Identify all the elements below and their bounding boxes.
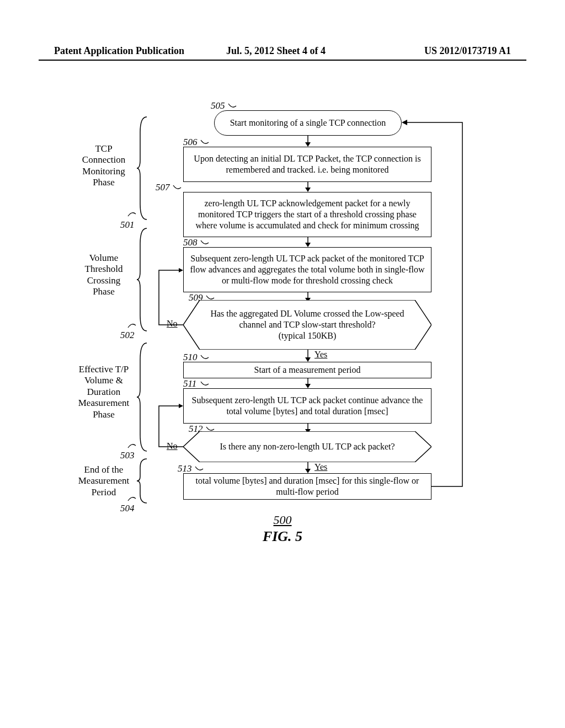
step-num-505: 505: [211, 100, 225, 111]
header-left: Patent Application Publication: [54, 45, 184, 57]
svg-marker-20: [402, 120, 407, 125]
arrow-down-icon: [304, 136, 312, 147]
flow-text: Start of a measurement period: [254, 365, 361, 376]
arrow-loop-icon: [154, 268, 188, 329]
flow-text: Is there any non-zero-length UL TCP ack …: [220, 442, 395, 451]
phase-label-501: TCP Connection Monitoring Phase: [71, 143, 137, 189]
step-num-508: 508: [183, 237, 198, 248]
phase-num-502: 502: [120, 330, 135, 341]
figure-caption: 500 FIG. 5: [263, 513, 302, 545]
svg-marker-3: [305, 188, 311, 192]
tick-icon: [127, 321, 137, 329]
step-num-506: 506: [183, 137, 198, 148]
tick-icon: [227, 103, 237, 110]
svg-marker-19: [305, 469, 311, 473]
step-num-513: 513: [178, 463, 192, 474]
tick-icon: [200, 354, 210, 362]
brace-icon: [137, 116, 148, 221]
phase-num-501: 501: [120, 220, 135, 231]
svg-marker-11: [305, 357, 311, 362]
flow-process-510: Start of a measurement period: [183, 362, 431, 378]
flow-text: Subsequent zero-length UL TCP ack packet…: [189, 253, 425, 286]
header-rule: [39, 60, 526, 61]
header-right: US 2012/0173719 A1: [424, 45, 511, 57]
flow-text: Upon detecting an initial DL TCP Packet,…: [189, 153, 425, 175]
flow-text: total volume [bytes] and duration [msec]…: [189, 475, 425, 497]
decision-yes-label: Yes: [315, 350, 327, 360]
tick-icon: [200, 239, 210, 247]
arrow-down-icon: [304, 462, 312, 473]
tick-icon: [172, 184, 182, 192]
phase-num-503: 503: [120, 450, 135, 461]
flow-text: Has the aggregated DL Volume crossed the…: [210, 309, 404, 340]
tick-icon: [127, 210, 137, 217]
arrow-loopback-icon: [402, 115, 468, 490]
phase-label-text: Effective T/P Volume & Duration Measurem…: [78, 364, 130, 420]
phase-label-text: End of the Measurement Period: [78, 464, 130, 497]
flow-process-511: Subsequent zero-length UL TCP ack packet…: [183, 388, 431, 424]
decision-yes-label: Yes: [315, 462, 327, 472]
step-num-511: 511: [183, 378, 196, 389]
arrow-loop-icon: [154, 404, 188, 451]
flow-decision-512: Is there any non-zero-length UL TCP ack …: [183, 431, 431, 462]
header-center: Jul. 5, 2012 Sheet 4 of 4: [226, 45, 326, 57]
step-num-510: 510: [183, 352, 198, 363]
tick-icon: [194, 465, 204, 473]
arrow-down-icon: [304, 378, 312, 388]
phase-label-503: Effective T/P Volume & Duration Measurem…: [67, 364, 140, 420]
arrow-down-icon: [304, 182, 312, 192]
brace-icon: [137, 458, 148, 504]
arrow-down-icon: [304, 350, 312, 362]
svg-marker-17: [179, 404, 183, 408]
svg-marker-5: [305, 243, 311, 247]
brace-icon: [137, 227, 148, 332]
flow-process-507: zero-length UL TCP acknowledgement packe…: [183, 192, 431, 237]
figure-number: 500: [263, 513, 302, 527]
flow-text: Subsequent zero-length UL TCP ack packet…: [189, 395, 425, 417]
svg-marker-9: [179, 268, 183, 272]
tick-icon: [127, 441, 137, 449]
flow-text: zero-length UL TCP acknowledgement packe…: [189, 198, 425, 231]
tick-icon: [200, 381, 210, 388]
flow-process-508: Subsequent zero-length UL TCP ack packet…: [183, 247, 431, 292]
flow-process-506: Upon detecting an initial DL TCP Packet,…: [183, 147, 431, 182]
flow-terminator-505: Start monitoring of a single TCP connect…: [214, 110, 402, 136]
step-num-507: 507: [156, 182, 170, 193]
phase-label-504: End of the Measurement Period: [71, 464, 137, 498]
flow-decision-509: Has the aggregated DL Volume crossed the…: [183, 300, 431, 350]
svg-marker-1: [305, 142, 311, 147]
flow-text: Start monitoring of a single TCP connect…: [230, 117, 386, 129]
tick-icon: [200, 139, 210, 147]
svg-marker-13: [305, 384, 311, 388]
arrow-down-icon: [304, 237, 312, 247]
phase-label-text: TCP Connection Monitoring Phase: [82, 143, 125, 188]
figure-label: FIG. 5: [263, 528, 302, 544]
flow-process-513: total volume [bytes] and duration [msec]…: [183, 473, 431, 500]
phase-label-502: Volume Threshold Crossing Phase: [71, 253, 137, 298]
brace-icon: [137, 342, 148, 452]
tick-icon: [127, 494, 137, 502]
phase-label-text: Volume Threshold Crossing Phase: [85, 253, 123, 297]
phase-num-504: 504: [120, 503, 135, 514]
